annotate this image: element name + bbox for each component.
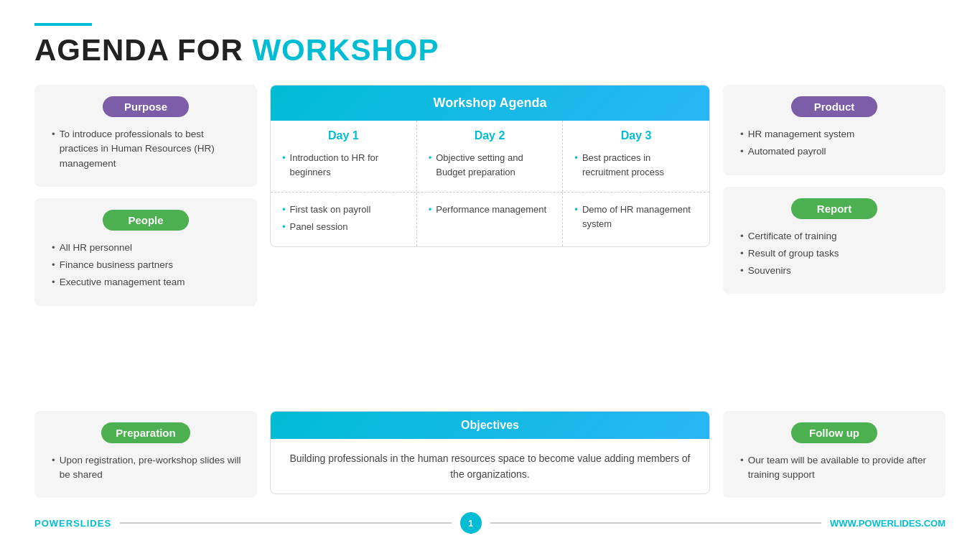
day3-col: Day 3 Best practices in recruitment proc… (563, 121, 709, 192)
day2-label: Day 2 (429, 129, 551, 142)
people-badge: People (103, 210, 189, 231)
purpose-list: To introduce professionals to best pract… (49, 126, 243, 172)
day3-top-list: Best practices in recruitment process (574, 149, 698, 180)
purpose-badge: Purpose (103, 96, 189, 117)
day1-label: Day 1 (282, 129, 405, 142)
day2-top-list: Objective setting and Budget preparation (429, 149, 551, 180)
preparation-badge: Preparation (101, 422, 190, 443)
list-item: Performance management (429, 201, 551, 218)
agenda-bottom-rows: First task on payroll Panel session Perf… (271, 193, 709, 246)
list-item: Objective setting and Budget preparation (429, 149, 551, 180)
agenda-table: Workshop Agenda Day 1 Introduction to HR… (270, 85, 710, 247)
bottom-row: Preparation Upon registration, pre-works… (34, 411, 946, 499)
list-item: Certificate of training (740, 228, 931, 245)
day3-label: Day 3 (574, 129, 698, 142)
footer: POWERSLIDES 1 WWW.POWERLIDES.COM (34, 504, 946, 537)
list-item: First task on payroll (282, 201, 405, 218)
objectives-title: Objectives (271, 412, 709, 439)
list-item: Souvenirs (740, 262, 931, 279)
report-badge: Report (791, 198, 877, 219)
list-item: Result of group tasks (740, 245, 931, 262)
list-item: To introduce professionals to best pract… (52, 126, 243, 172)
day3-bottom-list: Demo of HR management system (574, 201, 698, 232)
day1-top-list: Introduction to HR for beginners (282, 149, 405, 180)
people-card: People All HR personnel Finance business… (34, 198, 257, 306)
report-list: Certificate of training Result of group … (737, 228, 931, 280)
brand-accent: SLIDES (73, 518, 111, 529)
list-item: Panel session (282, 218, 405, 236)
followup-card: Follow up Our team will be available to … (723, 411, 946, 499)
header: AGENDA FOR WORKSHOP (34, 23, 946, 68)
slide: AGENDA FOR WORKSHOP Purpose To introduce… (0, 0, 980, 551)
footer-line-right (490, 522, 821, 524)
product-card: Product HR management system Automated p… (723, 85, 946, 175)
day2-bottom-col: Performance management (417, 193, 564, 246)
followup-badge: Follow up (791, 422, 877, 443)
objectives-section: Objectives Building professionals in the… (270, 411, 710, 499)
day1-bottom-col: First task on payroll Panel session (271, 193, 417, 246)
preparation-section: Preparation Upon registration, pre-works… (34, 411, 257, 499)
list-item: Executive management team (52, 274, 243, 291)
list-item: All HR personnel (52, 239, 243, 256)
list-item: Upon registration, pre-workshop slides w… (52, 452, 243, 484)
list-item: Demo of HR management system (574, 201, 698, 232)
product-list: HR management system Automated payroll (737, 126, 931, 161)
followup-section: Follow up Our team will be available to … (723, 411, 946, 499)
brand-bold: POWER (34, 518, 73, 529)
list-item: HR management system (740, 126, 931, 143)
footer-line-left (120, 522, 451, 524)
title-bold: AGENDA FOR (34, 33, 243, 67)
day3-bottom-col: Demo of HR management system (563, 193, 709, 246)
followup-list: Our team will be available to provide af… (737, 452, 931, 484)
preparation-list: Upon registration, pre-workshop slides w… (49, 452, 243, 484)
header-line (34, 23, 92, 26)
list-item: Finance business partners (52, 256, 243, 274)
preparation-card: Preparation Upon registration, pre-works… (34, 411, 257, 499)
day1-col: Day 1 Introduction to HR for beginners (271, 121, 417, 192)
people-list: All HR personnel Finance business partne… (49, 239, 243, 292)
day2-bottom-list: Performance management (429, 201, 551, 218)
list-item: Best practices in recruitment process (574, 149, 698, 180)
day1-bottom-list: First task on payroll Panel session (282, 201, 405, 235)
day2-col: Day 2 Objective setting and Budget prepa… (417, 121, 564, 192)
title-accent: WORKSHOP (252, 33, 439, 67)
page-number: 1 (460, 512, 482, 534)
objectives-box: Objectives Building professionals in the… (270, 411, 710, 495)
product-badge: Product (791, 96, 877, 117)
agenda-top-rows: Day 1 Introduction to HR for beginners D… (271, 121, 709, 192)
list-item: Automated payroll (740, 143, 931, 160)
brand: POWERSLIDES (34, 518, 111, 529)
page-title: AGENDA FOR WORKSHOP (34, 33, 946, 68)
report-card: Report Certificate of training Result of… (723, 187, 946, 295)
purpose-card: Purpose To introduce professionals to be… (34, 85, 257, 187)
agenda-title: Workshop Agenda (271, 85, 709, 121)
list-item: Introduction to HR for beginners (282, 149, 405, 180)
website: WWW.POWERLIDES.COM (830, 518, 946, 529)
objectives-body: Building professionals in the human reso… (271, 439, 709, 494)
list-item: Our team will be available to provide af… (740, 452, 931, 484)
